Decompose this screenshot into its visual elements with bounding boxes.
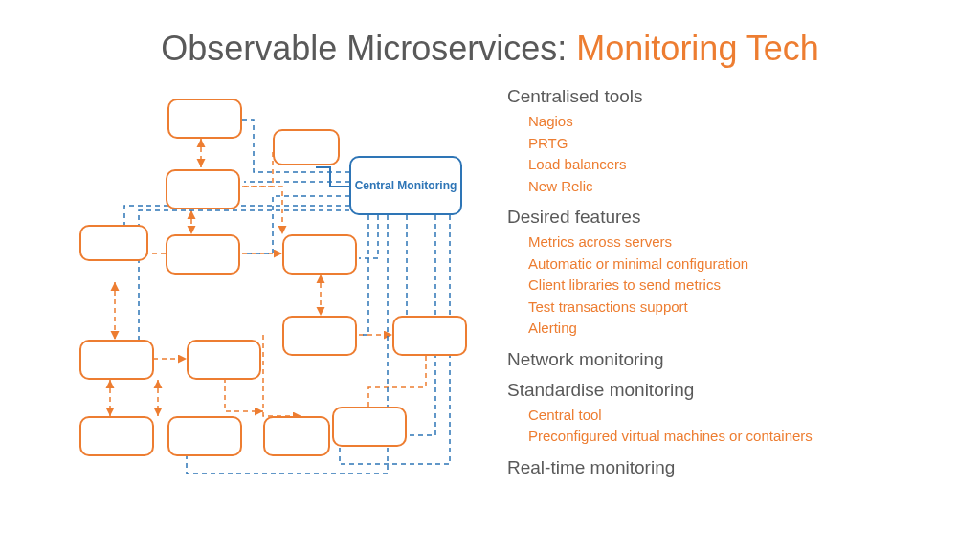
service-node bbox=[332, 407, 407, 447]
list-item: Test transactions support bbox=[528, 297, 957, 319]
content-list: Centralised tools Nagios PRTG Load balan… bbox=[507, 86, 957, 482]
section-items: Nagios PRTG Load balancers New Relic bbox=[507, 111, 957, 197]
slide: Observable Microservices: Monitoring Tec… bbox=[0, 0, 980, 551]
service-node bbox=[282, 316, 357, 356]
service-node bbox=[167, 416, 242, 456]
slide-title: Observable Microservices: Monitoring Tec… bbox=[0, 29, 980, 69]
service-node bbox=[273, 129, 340, 165]
list-item: Nagios bbox=[528, 111, 957, 133]
service-node bbox=[166, 234, 240, 275]
section-heading: Network monitoring bbox=[507, 349, 957, 370]
section-items: Central tool Preconfigured virtual machi… bbox=[507, 405, 957, 448]
service-node bbox=[282, 234, 357, 275]
service-node bbox=[392, 316, 467, 356]
central-monitoring-label: Central Monitoring bbox=[355, 179, 457, 192]
service-node bbox=[79, 225, 148, 261]
title-accent: Monitoring Tech bbox=[576, 29, 818, 68]
list-item: Automatic or minimal configuration bbox=[528, 253, 957, 276]
service-node bbox=[167, 99, 242, 139]
service-node bbox=[187, 340, 261, 380]
service-node bbox=[79, 416, 154, 456]
list-item: PRTG bbox=[528, 133, 957, 155]
architecture-diagram: Central Monitoring bbox=[72, 91, 493, 502]
service-node bbox=[263, 416, 330, 456]
title-prefix: Observable Microservices: bbox=[161, 29, 576, 68]
service-node bbox=[166, 169, 240, 209]
service-node bbox=[79, 340, 154, 380]
central-monitoring-node: Central Monitoring bbox=[349, 156, 462, 215]
list-item: Metrics across servers bbox=[528, 231, 957, 253]
section-heading: Standardise monitoring bbox=[507, 380, 957, 401]
list-item: Alerting bbox=[528, 318, 957, 340]
list-item: New Relic bbox=[528, 176, 957, 198]
section-heading: Real-time monitoring bbox=[507, 457, 957, 478]
list-item: Load balancers bbox=[528, 154, 957, 176]
section-items: Metrics across servers Automatic or mini… bbox=[507, 231, 957, 340]
list-item: Preconfigured virtual machines or contai… bbox=[528, 426, 957, 448]
list-item: Central tool bbox=[528, 405, 957, 427]
section-heading: Desired features bbox=[507, 207, 957, 228]
section-heading: Centralised tools bbox=[507, 86, 957, 107]
list-item: Client libraries to send metrics bbox=[528, 275, 957, 297]
